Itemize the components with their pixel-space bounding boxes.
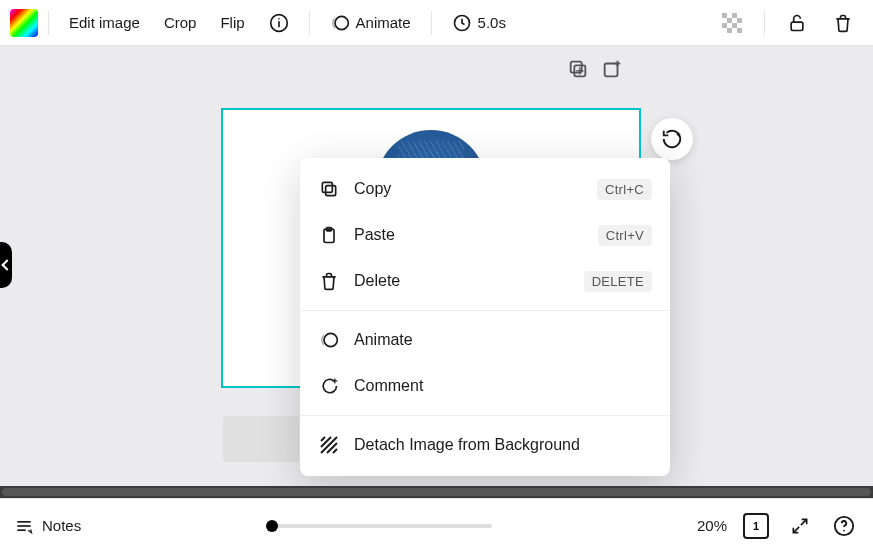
context-menu-delete[interactable]: Delete DELETE: [300, 258, 670, 304]
context-menu-detach-label: Detach Image from Background: [354, 436, 652, 454]
zoom-slider[interactable]: [95, 524, 669, 528]
svg-point-28: [324, 333, 337, 346]
svg-line-33: [321, 437, 325, 441]
context-menu-paste[interactable]: Paste Ctrl+V: [300, 212, 670, 258]
svg-rect-25: [322, 182, 332, 192]
context-menu-comment-label: Comment: [354, 377, 652, 395]
help-icon: [833, 515, 855, 537]
edit-image-label: Edit image: [69, 14, 140, 31]
svg-rect-8: [727, 18, 732, 23]
detach-icon: [318, 434, 340, 456]
help-button[interactable]: [829, 511, 859, 541]
toolbar-separator: [48, 11, 49, 35]
flip-button[interactable]: Flip: [210, 8, 254, 37]
svg-rect-6: [722, 13, 727, 18]
trash-icon: [833, 13, 853, 33]
comment-icon: [318, 375, 340, 397]
svg-point-3: [335, 16, 348, 29]
info-icon: [269, 13, 289, 33]
crop-label: Crop: [164, 14, 197, 31]
regenerate-fab[interactable]: [651, 118, 693, 160]
delete-element-button[interactable]: [823, 7, 863, 39]
toolbar-separator: [309, 11, 310, 35]
svg-rect-7: [732, 13, 737, 18]
context-menu-animate[interactable]: Animate: [300, 317, 670, 363]
delete-icon: [318, 270, 340, 292]
context-menu-detach[interactable]: Detach Image from Background: [300, 422, 670, 468]
svg-point-2: [278, 18, 280, 20]
svg-rect-10: [722, 23, 727, 28]
paste-icon: [318, 224, 340, 246]
page-count: 1: [753, 520, 759, 532]
context-menu-delete-label: Delete: [354, 272, 570, 290]
horizontal-scrollbar[interactable]: [0, 486, 873, 498]
context-menu-delete-shortcut: DELETE: [584, 271, 652, 292]
svg-rect-24: [326, 186, 336, 196]
crop-button[interactable]: Crop: [154, 8, 207, 37]
clock-icon: [452, 13, 472, 33]
lock-button[interactable]: [777, 7, 817, 39]
notes-icon: [14, 516, 34, 536]
add-page-icon[interactable]: [601, 58, 623, 80]
toolbar-separator: [764, 11, 765, 35]
edit-image-button[interactable]: Edit image: [59, 8, 150, 37]
context-menu-separator: [300, 415, 670, 416]
context-menu: Copy Ctrl+C Paste Ctrl+V Delete DELETE A…: [300, 158, 670, 476]
animate-icon: [318, 329, 340, 351]
top-toolbar: Edit image Crop Flip Animate 5.0s: [0, 0, 873, 46]
context-menu-separator: [300, 310, 670, 311]
svg-point-40: [843, 529, 845, 531]
svg-rect-11: [732, 23, 737, 28]
svg-rect-19: [605, 64, 618, 77]
fullscreen-icon: [790, 516, 810, 536]
timing-label: 5.0s: [478, 14, 506, 31]
page-manager-button[interactable]: 1: [741, 511, 771, 541]
duplicate-page-icon[interactable]: [567, 58, 589, 80]
animate-icon: [330, 13, 350, 33]
zoom-percentage[interactable]: 20%: [683, 517, 727, 534]
color-picker-swatch[interactable]: [10, 9, 38, 37]
transparency-button[interactable]: [712, 7, 752, 39]
svg-rect-13: [737, 28, 742, 33]
copy-icon: [318, 178, 340, 200]
context-menu-copy-label: Copy: [354, 180, 583, 198]
context-menu-paste-shortcut: Ctrl+V: [598, 225, 652, 246]
regenerate-icon: [661, 128, 683, 150]
side-panel-toggle[interactable]: [0, 242, 12, 288]
animate-button[interactable]: Animate: [320, 7, 421, 39]
context-menu-copy[interactable]: Copy Ctrl+C: [300, 166, 670, 212]
svg-rect-12: [727, 28, 732, 33]
flip-label: Flip: [220, 14, 244, 31]
context-menu-copy-shortcut: Ctrl+C: [597, 179, 652, 200]
timing-button[interactable]: 5.0s: [442, 7, 516, 39]
page-controls: [567, 58, 623, 80]
page-thumbnail[interactable]: [223, 416, 299, 462]
fullscreen-button[interactable]: [785, 511, 815, 541]
canvas-area[interactable]: Copy Ctrl+C Paste Ctrl+V Delete DELETE A…: [0, 46, 873, 498]
context-menu-animate-label: Animate: [354, 331, 652, 349]
context-menu-paste-label: Paste: [354, 226, 584, 244]
notes-label: Notes: [42, 517, 81, 534]
svg-rect-9: [737, 18, 742, 23]
notes-button[interactable]: Notes: [14, 516, 81, 536]
unlock-icon: [787, 13, 807, 33]
context-menu-comment[interactable]: Comment: [300, 363, 670, 409]
transparency-icon: [722, 13, 742, 33]
svg-line-35: [333, 449, 337, 453]
svg-rect-14: [791, 22, 803, 30]
bottom-bar: Notes 20% 1: [0, 498, 873, 552]
pages-icon: 1: [743, 513, 769, 539]
animate-label: Animate: [356, 14, 411, 31]
toolbar-separator: [431, 11, 432, 35]
zoom-slider-thumb[interactable]: [266, 520, 278, 532]
info-button[interactable]: [259, 7, 299, 39]
